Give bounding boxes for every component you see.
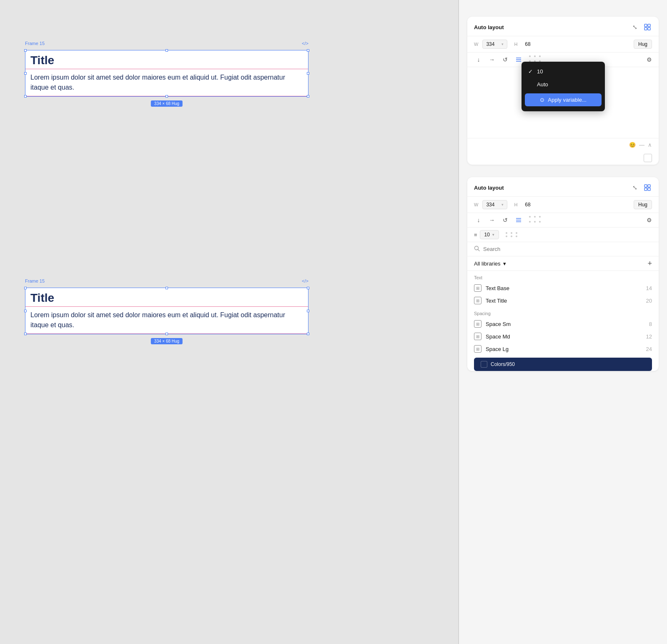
tune-icon[interactable]: ⚙ (647, 56, 652, 63)
dropdown-item-auto[interactable]: ✓ Auto (522, 78, 605, 91)
frame-bottom-box[interactable]: Title Lorem ipsum dolor sit amet sed dol… (25, 288, 308, 334)
spacing-icon: ≡ (474, 232, 477, 238)
search-icon (474, 246, 480, 253)
b-dot-1 (529, 216, 531, 218)
panel-bottom-w-field[interactable]: 334 ▾ (482, 200, 507, 209)
canvas: Frame 15 </> Title Lorem ipsum dolor sit… (0, 0, 459, 644)
panel-bottom-align-dots (529, 216, 542, 224)
text-base-name: Text Base (486, 285, 642, 291)
handle-bl-tr[interactable] (307, 287, 309, 289)
text-base-icon: ⊞ (474, 284, 481, 292)
handle-tr[interactable] (307, 49, 309, 52)
handle-bl-br[interactable] (307, 333, 309, 335)
panel-bottom-dir-wrap[interactable]: ↺ (501, 216, 510, 225)
b-dot-6 (539, 221, 541, 223)
b-dot-4 (529, 221, 531, 223)
space-md-value: 12 (646, 333, 652, 340)
svg-rect-0 (644, 24, 647, 27)
text-title-name: Text Title (486, 298, 642, 304)
var-item-text-title[interactable]: ⊞ Text Title 20 (467, 294, 659, 307)
colors-badge-text: Colors/950 (491, 361, 515, 367)
text-section-label: Text (467, 271, 659, 282)
var-item-space-sm[interactable]: ⊞ Space Sm 8 (467, 318, 659, 330)
collapse-icon[interactable]: ⤡ (630, 23, 639, 32)
panel-top-corner-icon (467, 151, 659, 165)
panel-bottom-title: Auto layout (474, 185, 504, 191)
bottom-icon-1: 😊 (629, 142, 636, 148)
frame-top-code-icon: </> (302, 41, 308, 46)
panel-bottom-dir-right[interactable]: → (487, 216, 496, 225)
svg-rect-1 (648, 24, 650, 27)
handle-bl-tm[interactable] (165, 287, 168, 289)
frame-top-title: Title (25, 50, 308, 69)
panel-bottom-tune-icon[interactable]: ⚙ (647, 217, 652, 223)
b-dot-5 (534, 221, 536, 223)
frame-top-box[interactable]: Title Lorem ipsum dolor sit amet sed dol… (25, 50, 308, 97)
handle-bl-bl[interactable] (24, 333, 27, 335)
svg-rect-9 (644, 188, 647, 190)
frame-top-size-badge: 334 × 68 Hug (151, 100, 183, 107)
colors-badge[interactable]: Colors/950 (474, 358, 652, 371)
var-item-space-md[interactable]: ⊞ Space Md 12 (467, 330, 659, 343)
hug-badge[interactable]: Hug (634, 40, 652, 49)
text-title-value: 20 (646, 298, 652, 304)
handle-bl-bm[interactable] (165, 333, 168, 335)
handle-bl-tl[interactable] (24, 287, 27, 289)
layout-icon[interactable] (643, 23, 652, 32)
dir-right[interactable]: → (487, 55, 496, 64)
variable-icon: ⊙ (540, 97, 544, 103)
dir-down[interactable]: ↓ (474, 55, 483, 64)
library-add-button[interactable]: + (647, 260, 652, 267)
panel-top-card: Auto layout ⤡ W 334 ▾ H (467, 17, 659, 165)
panel-top-bottom-row: 😊 — ∧ (467, 138, 659, 151)
h-label: H (514, 42, 517, 47)
panel-bottom-h-value: 68 (522, 200, 534, 209)
bottom-icon-3: ∧ (648, 142, 652, 148)
panel-bottom-layout-icon[interactable] (643, 183, 652, 192)
panel-top-dim-row: W 334 ▾ H 68 Hug (467, 36, 659, 53)
handle-bm[interactable] (165, 95, 168, 98)
spacing-value-field[interactable]: 10 ▾ (480, 230, 499, 239)
frame-bottom-code-icon: </> (302, 278, 308, 283)
panel-bottom-hug-badge[interactable]: Hug (634, 200, 652, 209)
frame-bottom-label: Frame 15 (25, 278, 45, 283)
var-item-text-base[interactable]: ⊞ Text Base 14 (467, 282, 659, 294)
panel-bottom-dir-align[interactable] (514, 216, 523, 225)
svg-line-15 (478, 250, 480, 251)
w-value-field[interactable]: 334 ▾ (482, 40, 507, 49)
handle-br[interactable] (307, 95, 309, 98)
handle-tm[interactable] (165, 49, 168, 52)
panel-bottom-header: Auto layout ⤡ (467, 177, 659, 197)
handle-tl[interactable] (24, 49, 27, 52)
handle-bl-mr[interactable] (307, 310, 309, 312)
svg-rect-10 (648, 188, 650, 190)
handle-ml[interactable] (24, 72, 27, 75)
frame-top-body: Lorem ipsum dolor sit amet sed dolor mai… (25, 69, 308, 96)
w-label: W (474, 42, 478, 47)
space-lg-icon: ⊞ (474, 345, 481, 353)
panel-bottom-dir-down[interactable]: ↓ (474, 216, 483, 225)
bottom-icon-2: — (639, 142, 644, 148)
dropdown-item-10[interactable]: ✓ 10 (522, 65, 605, 78)
panel-bottom-w-label: W (474, 202, 478, 207)
variables-list: Text ⊞ Text Base 14 ⊞ Text Title 20 Spac… (467, 271, 659, 355)
dropdown-spacing[interactable]: ✓ 10 ✓ Auto ⊙ Apply variable... (522, 62, 605, 111)
library-select[interactable]: All libraries ▾ (474, 261, 506, 267)
b-dot-2 (534, 216, 536, 218)
var-item-space-lg[interactable]: ⊞ Space Lg 24 (467, 343, 659, 355)
spacing-chevron: ▾ (492, 233, 494, 237)
panel-bottom-icons: ⤡ (630, 183, 652, 192)
panel-bottom-h-label: H (514, 202, 517, 207)
panel-top-title: Auto layout (474, 24, 504, 30)
search-input[interactable] (483, 246, 652, 252)
handle-mr[interactable] (307, 72, 309, 75)
dot-3 (539, 55, 541, 57)
search-row (467, 242, 659, 256)
handle-bl-ml[interactable] (24, 310, 27, 312)
dir-wrap[interactable]: ↺ (501, 55, 510, 64)
panel-bottom-collapse-icon[interactable]: ⤡ (630, 183, 639, 192)
corner-icon (644, 154, 652, 162)
handle-bl[interactable] (24, 95, 27, 98)
apply-variable-button[interactable]: ⊙ Apply variable... (525, 93, 602, 106)
frame-bottom-body: Lorem ipsum dolor sit amet sed dolor mai… (25, 307, 308, 334)
